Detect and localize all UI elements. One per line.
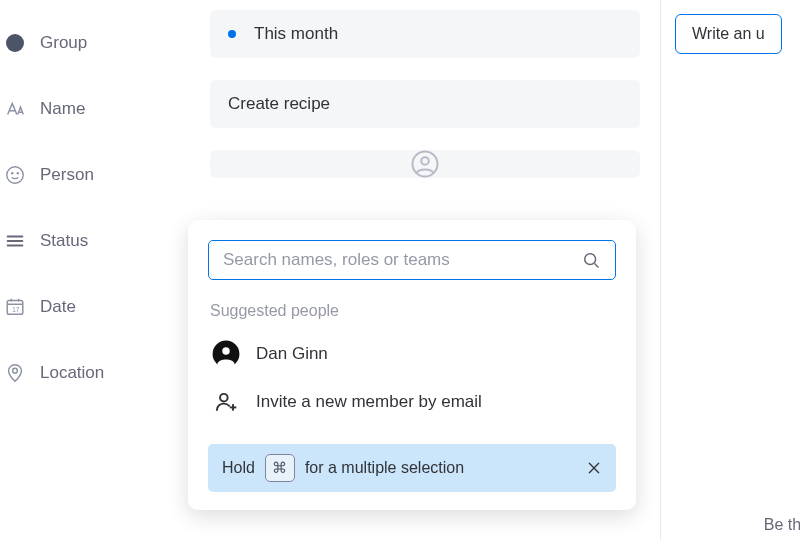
- tip-close-button[interactable]: [586, 460, 602, 476]
- group-dot-icon: [4, 32, 26, 54]
- group-color-dot-icon: [228, 30, 236, 38]
- tip-text-suffix: for a multiple selection: [305, 459, 464, 477]
- svg-point-17: [222, 347, 229, 354]
- person-name: Dan Ginn: [256, 344, 328, 364]
- sidebar-item-location[interactable]: Location: [0, 340, 180, 406]
- search-icon: [581, 250, 601, 270]
- name-value-card[interactable]: Create recipe: [210, 80, 640, 128]
- invite-label: Invite a new member by email: [256, 392, 482, 412]
- svg-point-1: [12, 173, 13, 174]
- group-value-card[interactable]: This month: [210, 10, 640, 58]
- svg-point-0: [7, 167, 24, 184]
- multi-select-tip: Hold ⌘ for a multiple selection: [208, 444, 616, 492]
- search-input[interactable]: [223, 250, 571, 270]
- right-panel: Write an u: [660, 0, 800, 540]
- cmd-key-icon: ⌘: [265, 454, 295, 482]
- search-field-wrap[interactable]: [208, 240, 616, 280]
- sidebar-item-person[interactable]: Person: [0, 142, 180, 208]
- tip-text-prefix: Hold: [222, 459, 255, 477]
- sidebar-item-label: Date: [40, 297, 76, 317]
- sidebar-item-label: Name: [40, 99, 85, 119]
- group-value-text: This month: [254, 24, 338, 44]
- sidebar-item-name[interactable]: Name: [0, 76, 180, 142]
- svg-point-2: [17, 173, 18, 174]
- sidebar-item-status[interactable]: Status: [0, 208, 180, 274]
- avatar-icon: [212, 340, 240, 368]
- be-the-first-text: Be the: [764, 516, 800, 534]
- invite-by-email-row[interactable]: Invite a new member by email: [208, 378, 616, 426]
- sidebar-item-date[interactable]: 17 Date: [0, 274, 180, 340]
- write-update-chip[interactable]: Write an u: [675, 14, 782, 54]
- person-add-icon: [212, 388, 240, 416]
- location-pin-icon: [4, 362, 26, 384]
- svg-text:17: 17: [12, 306, 20, 313]
- suggested-people-label: Suggested people: [210, 302, 616, 320]
- calendar-icon: 17: [4, 296, 26, 318]
- sidebar-item-group[interactable]: Group: [0, 10, 180, 76]
- sidebar: Group Name Person: [0, 0, 180, 406]
- svg-point-13: [421, 157, 429, 165]
- person-smile-icon: [4, 164, 26, 186]
- svg-point-18: [220, 394, 228, 402]
- svg-point-14: [585, 254, 596, 265]
- suggested-person-row[interactable]: Dan Ginn: [208, 330, 616, 378]
- sidebar-item-label: Location: [40, 363, 104, 383]
- person-placeholder-icon: [410, 149, 440, 179]
- svg-line-15: [595, 264, 599, 268]
- person-value-card[interactable]: [210, 150, 640, 178]
- text-icon: [4, 98, 26, 120]
- svg-point-11: [13, 368, 18, 373]
- person-picker-popover: Suggested people Dan Ginn Invite a new m…: [188, 220, 636, 510]
- sidebar-item-label: Group: [40, 33, 87, 53]
- main-column: This month Create recipe: [210, 0, 640, 178]
- list-icon: [4, 230, 26, 252]
- name-value-text: Create recipe: [228, 94, 330, 113]
- sidebar-item-label: Person: [40, 165, 94, 185]
- sidebar-item-label: Status: [40, 231, 88, 251]
